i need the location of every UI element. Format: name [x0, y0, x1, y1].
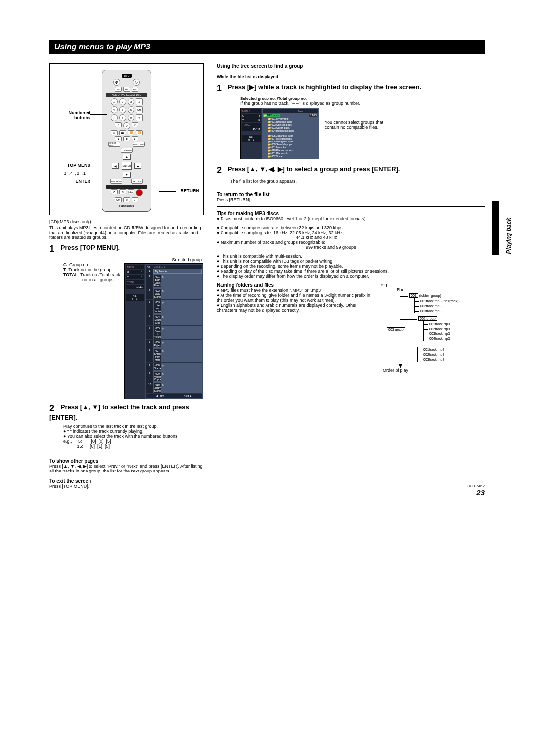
eg: e.g., 5: [0] [0] [5] 15: [0] [1] [5] — [63, 439, 204, 449]
label-numbered: Numbered buttons — [55, 110, 90, 120]
section-tab-label: Playing back — [505, 218, 512, 254]
return-list-head: To return to the file list — [217, 192, 485, 197]
selected-group-label: Selected group — [49, 257, 202, 262]
play-continues: Play continues to the last track in the … — [63, 424, 204, 429]
tip5: ● This unit is compatible with multi-ses… — [217, 254, 485, 259]
side-tab — [492, 201, 499, 255]
order-of-play: Order of play — [383, 368, 408, 373]
label-return: RETURN — [181, 189, 200, 193]
current-track-note: ● " " indicates the track currently play… — [63, 429, 204, 434]
footer: RQT7462 23 — [467, 484, 485, 497]
step2R-number: 2 — [217, 165, 226, 176]
selected-group-no: Selected group no. /Total group no. — [240, 96, 485, 101]
drive-select-bar: HDD DRIVE SELECT DVD — [106, 93, 147, 97]
step2L-number: 2 — [49, 403, 59, 414]
while-label: While the file list is displayed — [217, 74, 485, 79]
tip3b: 44.1 kHz and 48 kHz — [296, 235, 485, 240]
label-enter: ENTER — [55, 179, 90, 184]
step2R-body: The file list for the group appears. — [230, 179, 485, 184]
naming-1: ● MP3 files must have the extension ".MP… — [217, 288, 372, 293]
naming-head: Naming folders and files — [217, 283, 372, 288]
step1R-number: 1 — [217, 83, 226, 94]
page-title: Using menus to play MP3 — [49, 40, 485, 54]
tree-aside: You cannot select groups that contain no… — [325, 120, 389, 130]
doc-code: RQT7462 — [467, 484, 485, 488]
other-pages-body: Press [▲, ▼, ◀, ▶] to select "Prev." or … — [49, 464, 204, 473]
eg-label: e.g., — [381, 283, 485, 287]
tip2: ● Compatible compression rate: between 3… — [217, 225, 485, 230]
menu-screenshot: MENU G 1 T 1 TOTAL 1/111 No.0 ~ 9 No.Gro… — [124, 263, 203, 399]
step2R-title: Press [▲, ▼, ◀, ▶] to select a group and… — [228, 165, 400, 173]
page-number: 23 — [467, 488, 485, 497]
return-list-body: Press [RETURN]. — [217, 197, 485, 202]
label-sequence: 3 ,4 ,2 ,1 — [64, 171, 86, 176]
selected-group-note: If the group has no track, "– –" is disp… — [240, 101, 485, 106]
tips-head: Tips for making MP3 discs — [217, 211, 485, 216]
other-pages-head: To show other pages — [49, 458, 204, 464]
legend: G: Group no. T: Track no. in the group T… — [63, 262, 120, 282]
exit-body: Press [TOP MENU]. — [49, 484, 204, 489]
tip4b: 999 tracks and 99 groups — [306, 245, 485, 250]
naming-3: ● English alphabets and Arabic numerals … — [217, 303, 372, 313]
naming-2: ● At the time of recording, give folder … — [217, 293, 372, 303]
tip9: ● The display order may differ from how … — [217, 274, 485, 279]
tree-heading: Using the tree screen to find a group — [217, 63, 485, 69]
tip8: ● Reading or play of the disc may take t… — [217, 269, 485, 274]
tip7: ● Depending on the recording, some items… — [217, 264, 485, 269]
step1-number: 1 — [49, 244, 59, 254]
step1-title: Press [TOP MENU]. — [61, 244, 120, 251]
folder-tree-diagram: Root ▼ 001 (folder=group) 001track.mp3 (… — [383, 287, 477, 377]
exit-head: To exit the screen — [49, 478, 204, 484]
remote-diagram: Numbered buttons TOP MENU 3 ,4 ,2 ,1 ENT… — [49, 63, 204, 215]
label-topmenu: TOP MENU — [55, 163, 90, 168]
brand: Panasonic — [104, 204, 149, 207]
tip3: ● Compatible sampling rate: 16 kHz, 22.0… — [217, 230, 485, 235]
numbered-note: ● You can also select the track with the… — [63, 434, 204, 439]
tip6: ● This unit is not compatible with ID3 t… — [217, 259, 485, 264]
tip1: ● Discs must conform to ISO9660 level 1 … — [217, 216, 485, 221]
intro-text: This unit plays MP3 files recorded on CD… — [49, 225, 204, 240]
step1R-title: Press [▶] while a track is highlighted t… — [228, 83, 421, 91]
tip4: ● Maximum number of tracks and groups re… — [217, 240, 485, 245]
step2L-title: Press [▲, ▼] to select the track and pre… — [49, 403, 189, 421]
tree-screenshot: MENU G8 T14 TOTAL 40/111 No.0 ~ 9 Tree 📁… — [240, 108, 319, 159]
disc-note: [CD](MP3 discs only) — [49, 219, 204, 224]
